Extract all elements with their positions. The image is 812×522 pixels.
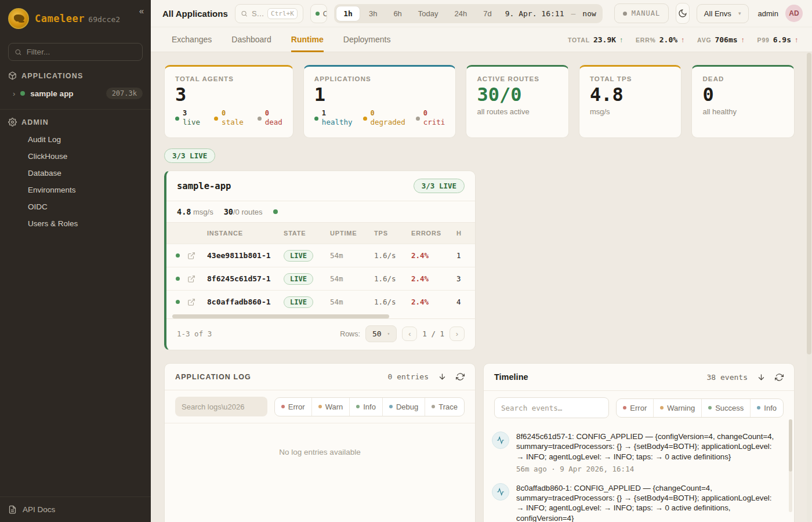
horizontal-scrollbar[interactable]: [172, 314, 469, 318]
sidebar-item-api-docs[interactable]: API Docs: [0, 496, 151, 522]
error-dot: [623, 406, 626, 409]
global-search-input[interactable]: S… Ctrl+K: [235, 4, 303, 23]
tab-deployments[interactable]: Deployments: [343, 27, 391, 52]
manual-refresh-button[interactable]: MANUAL: [614, 3, 669, 23]
external-link-icon[interactable]: [187, 298, 207, 306]
table-row[interactable]: 8c0affadb860-1 LIVE 54m 1.6/s 2.4% 4: [166, 290, 475, 313]
time-range-to[interactable]: now: [578, 9, 600, 18]
download-icon[interactable]: [438, 372, 447, 381]
table-pagination: 1-3 of 3 Rows: 50 ▾ ‹ 1 / 1 ›: [166, 318, 475, 350]
download-icon[interactable]: [757, 373, 766, 382]
time-range-3h[interactable]: 3h: [361, 6, 385, 21]
substat-critical: 0criti: [416, 109, 445, 127]
timeline-scrollbar[interactable]: [789, 419, 792, 512]
instance-status-dot: [176, 253, 180, 258]
environment-selected-label: All Envs: [704, 9, 731, 18]
external-link-icon[interactable]: [187, 275, 207, 283]
app-health-dot: [273, 209, 278, 214]
health-status-chip[interactable]: O: [310, 4, 327, 23]
timeline-panel: Timeline 38 events Error Warning Success: [483, 363, 795, 522]
filter-chip-error[interactable]: Error: [617, 399, 653, 417]
rows-per-page-select[interactable]: 50 ▾: [365, 325, 397, 342]
avatar[interactable]: AD: [785, 5, 803, 22]
tab-exchanges[interactable]: Exchanges: [172, 27, 212, 52]
sidebar-item-sample-app[interactable]: › sample app 207.3k: [0, 82, 151, 104]
log-panel-title: APPLICATION LOG: [175, 373, 251, 381]
log-empty-state: No log entries available: [165, 423, 475, 456]
tab-dashboard[interactable]: Dashboard: [231, 27, 271, 52]
sidebar-item-clickhouse[interactable]: ClickHouse: [0, 148, 151, 165]
filter-chip-success[interactable]: Success: [701, 399, 750, 417]
table-row[interactable]: 8f6245c61d57-1 LIVE 54m 1.6/s 2.4% 3: [166, 267, 475, 290]
topbar: All Applications S… Ctrl+K O 1h 3h 6h To…: [151, 0, 812, 27]
log-search-field[interactable]: [182, 403, 261, 411]
sidebar-item-environments[interactable]: Environments: [0, 182, 151, 198]
status-dot: [175, 117, 179, 121]
refresh-icon[interactable]: [456, 372, 465, 381]
time-range-6h[interactable]: 6h: [386, 6, 409, 21]
stat-cards-row: TOTAL AGENTS 3 3live 0stale 0dead APPLIC…: [164, 65, 795, 138]
filter-chip-info[interactable]: Info: [349, 398, 382, 416]
filter-chip-error[interactable]: Error: [275, 398, 311, 416]
timeline-events-list[interactable]: 8f6245c61d57-1: CONFIG_APPLIED — {config…: [484, 425, 794, 522]
timeline-event[interactable]: 8f6245c61d57-1: CONFIG_APPLIED — {config…: [492, 432, 779, 473]
sidebar-collapse-icon[interactable]: «: [139, 6, 144, 16]
substat-degraded: 0degraded: [363, 109, 405, 127]
admin-header-label: ADMIN: [21, 118, 49, 126]
prev-page-button[interactable]: ‹: [402, 327, 417, 341]
time-range-24h[interactable]: 24h: [447, 6, 475, 21]
timeline-event[interactable]: 8c0affadb860-1: CONFIG_APPLIED — {change…: [492, 483, 779, 522]
sidebar-filter-field[interactable]: [27, 48, 136, 56]
sidebar-item-oidc[interactable]: OIDC: [0, 198, 151, 215]
status-dot: [314, 117, 318, 121]
substat-healthy: 1healthy: [314, 109, 353, 127]
tab-runtime[interactable]: Runtime: [291, 27, 324, 52]
table-row[interactable]: 43ee9811b801-1 LIVE 54m 1.6/s 2.4% 1: [166, 244, 475, 267]
time-range-today[interactable]: Today: [411, 6, 446, 21]
kpi-avg: AVG706ms↑: [697, 35, 745, 44]
sample-app-panel: sample-app 3/3 LIVE 4.8 msg/s 30/0 route…: [164, 171, 476, 350]
search-shortcut-kbd: Ctrl+K: [267, 8, 298, 19]
refresh-icon[interactable]: [775, 373, 784, 382]
time-range-7d[interactable]: 7d: [476, 6, 499, 21]
card-applications: APPLICATIONS 1 1healthy 0degraded 0criti: [303, 65, 456, 138]
timeline-search-input[interactable]: [494, 397, 609, 418]
brand-name: Cameleer: [35, 13, 85, 24]
admin-section-header: ADMIN: [0, 110, 151, 129]
debug-dot: [389, 405, 393, 408]
instances-table-header: INSTANCE STATE UPTIME TPS ERRORS H: [166, 223, 475, 244]
filter-chip-warn[interactable]: Warn: [311, 398, 350, 416]
status-dot: [363, 117, 367, 121]
instance-status-dot: [176, 277, 180, 281]
time-range-from[interactable]: 9. Apr. 16:11: [501, 9, 569, 18]
filter-chip-debug[interactable]: Debug: [382, 398, 425, 416]
filter-chip-trace[interactable]: Trace: [425, 398, 464, 416]
card-active-routes: ACTIVE ROUTES 30/0 all routes active: [466, 65, 569, 138]
external-link-icon[interactable]: [187, 252, 207, 260]
success-dot: [708, 406, 712, 409]
time-range-1h[interactable]: 1h: [336, 6, 360, 21]
chevron-right-icon[interactable]: ›: [13, 89, 15, 98]
sidebar-item-database[interactable]: Database: [0, 165, 151, 182]
timeline-panel-title: Timeline: [494, 372, 528, 382]
timeline-search-field[interactable]: [501, 404, 602, 412]
time-range-separator: –: [570, 9, 577, 18]
next-page-button[interactable]: ›: [449, 327, 465, 341]
page-scrollbar[interactable]: [807, 53, 811, 522]
sidebar-item-audit-log[interactable]: Audit Log: [0, 131, 151, 148]
instance-status-dot: [176, 300, 180, 304]
state-badge: LIVE: [284, 296, 313, 308]
sidebar-filter-input[interactable]: [8, 43, 143, 61]
activity-icon: [492, 432, 509, 449]
main-area: All Applications S… Ctrl+K O 1h 3h 6h To…: [151, 0, 812, 522]
substat-stale: 0stale: [214, 109, 244, 127]
environment-select[interactable]: All Envs ▾: [697, 4, 749, 23]
filter-chip-warning[interactable]: Warning: [653, 399, 701, 417]
app-panel-title[interactable]: sample-app: [177, 181, 231, 191]
sidebar-item-users-roles[interactable]: Users & Roles: [0, 215, 151, 232]
log-search-input[interactable]: [175, 397, 267, 416]
filter-chip-info[interactable]: Info: [750, 399, 783, 417]
status-dot: [214, 117, 218, 121]
dark-mode-toggle[interactable]: [676, 3, 690, 24]
info-dot: [757, 406, 760, 409]
